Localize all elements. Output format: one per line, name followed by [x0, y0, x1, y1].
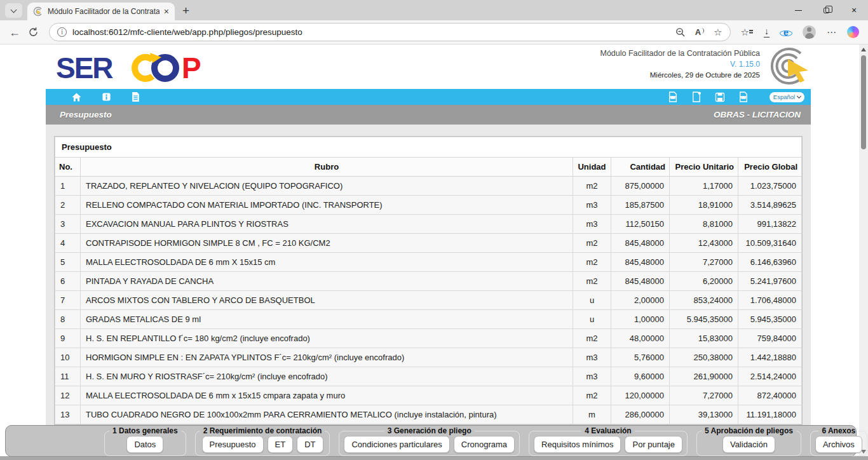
web-page: SER P Módulo Facilitador de la Contratac… — [0, 44, 868, 460]
et-button[interactable]: ET — [268, 436, 294, 453]
cell-pu: 39,13000 — [670, 405, 738, 424]
tab-actions-button[interactable] — [5, 3, 22, 18]
cell-rubro: H. S. EN REPLANTILLO f´c= 180 kg/cm2 (in… — [81, 329, 573, 348]
cell-pg: 759,84000 — [738, 329, 802, 348]
cell-cantidad: 9,60000 — [611, 367, 670, 386]
cell-unidad: u — [573, 291, 611, 310]
new-document-icon[interactable] — [691, 91, 702, 102]
cell-pg: 1.023,75000 — [738, 177, 802, 196]
cell-rubro: PINTADA Y RAYADA DE CANCHA — [81, 272, 573, 291]
cell-pg: 6.146,63960 — [738, 253, 802, 272]
content-area: Presupuesto No. Rubro Unidad Cantidad Pr… — [46, 125, 811, 460]
table-title: Presupuesto — [55, 137, 802, 158]
cell-pg: 5.945,35000 — [738, 310, 802, 329]
archivos-button[interactable]: Archivos — [815, 436, 862, 453]
copilot-icon[interactable] — [847, 26, 859, 38]
minimize-button[interactable] — [784, 0, 812, 20]
table-row: 12MALLA ELECTROSOLDADA DE 6 mm x 15x15 c… — [55, 386, 802, 405]
wizard-group-legend: 5 Aprobación de pliegos — [702, 426, 796, 435]
site-info-icon[interactable]: i — [57, 27, 67, 37]
document-icon[interactable] — [131, 91, 140, 102]
cell-pu: 7,27000 — [670, 253, 738, 272]
refresh-button[interactable] — [28, 27, 39, 37]
export-pdf-icon[interactable]: PDF — [668, 91, 678, 102]
cell-cantidad: 845,48000 — [611, 272, 670, 291]
cell-pg: 10.509,31640 — [738, 234, 802, 253]
profile-avatar[interactable] — [803, 25, 816, 39]
language-select[interactable]: Español — [770, 92, 804, 102]
window-controls: × — [784, 0, 868, 20]
presupuesto-button[interactable]: Presupuesto — [202, 436, 264, 453]
cell-pu: 8,81000 — [670, 215, 738, 234]
table-row: 2RELLENO COMPACTADO CON MATERIAL IMPORTA… — [55, 196, 802, 215]
minimize-icon — [795, 10, 802, 11]
browser-tab[interactable]: Módulo Facilitador de la Contrata × — [27, 3, 175, 20]
back-button[interactable]: ← — [9, 27, 20, 38]
requisitos-minimos-button[interactable]: Requisitos mínimos — [534, 436, 621, 453]
column-header-cantidad: Cantidad — [611, 158, 670, 177]
cell-pu: 6,20000 — [670, 272, 738, 291]
app-header: SER P Módulo Facilitador de la Contratac… — [0, 44, 868, 89]
cell-no: 8 — [55, 310, 81, 329]
column-header-unidad: Unidad — [573, 158, 611, 177]
validacion-button[interactable]: Validación — [722, 436, 775, 453]
tab-close-icon[interactable]: × — [164, 7, 169, 16]
cell-unidad: m2 — [573, 253, 611, 272]
datos-button[interactable]: Datos — [126, 436, 163, 453]
column-header-precio-unitario: Precio Unitario — [670, 158, 738, 177]
cell-pg: 2.514,24000 — [738, 367, 802, 386]
restore-button[interactable] — [812, 0, 840, 20]
favorites-list-icon[interactable]: ☆ — [741, 27, 753, 37]
cell-rubro: MALLA ELECTROSOLDADA DE 6 mm X 15x15 cm — [81, 253, 573, 272]
cell-rubro: HORMIGON SIMPLE EN : EN ZAPATA YPLINTOS … — [81, 348, 573, 367]
read-aloud-icon[interactable]: A — [695, 27, 704, 37]
ie-mode-icon[interactable]: e — [780, 27, 792, 38]
wizard-group-legend: 6 Anexos — [818, 426, 858, 435]
tab-favicon-icon — [33, 6, 43, 17]
cronograma-button[interactable]: Cronograma — [454, 436, 515, 453]
cell-unidad: m2 — [573, 272, 611, 291]
sercop-c-ring — [135, 57, 153, 79]
scrollbar-thumb[interactable] — [861, 55, 866, 149]
breadcrumb-bar: Presupuesto OBRAS - LICITACION — [46, 105, 811, 125]
cell-unidad: m3 — [573, 348, 611, 367]
table-row: 4CONTRAPISODE HORMIGON SIMPLE 8 CM , FC … — [55, 234, 802, 253]
cell-cantidad: 120,00000 — [611, 386, 670, 405]
column-header-no: No. — [55, 158, 81, 177]
info-icon[interactable] — [102, 92, 111, 102]
new-tab-button[interactable]: + — [182, 0, 189, 18]
print-pdf-icon[interactable]: PDF — [738, 91, 749, 102]
cell-rubro: GRADAS METALICAS DE 9 ml — [81, 310, 573, 329]
cell-pu: 261,90000 — [670, 367, 738, 386]
cell-no: 7 — [55, 291, 81, 310]
mfc-logo-icon — [760, 48, 811, 85]
home-icon[interactable] — [71, 92, 82, 102]
cell-pu: 853,24000 — [670, 291, 738, 310]
zoom-out-icon[interactable] — [675, 27, 686, 37]
scroll-up-icon[interactable] — [861, 48, 866, 51]
por-puntaje-button[interactable]: Por puntaje — [625, 436, 682, 453]
cell-no: 1 — [55, 177, 81, 196]
downloads-icon[interactable]: ↓ — [764, 27, 770, 37]
dt-button[interactable]: DT — [297, 436, 323, 453]
cell-cantidad: 185,87500 — [611, 196, 670, 215]
save-icon[interactable] — [715, 92, 725, 102]
cell-no: 10 — [55, 348, 81, 367]
address-bar[interactable]: i localhost:6012/mfc-cliente/web/app.php… — [49, 23, 731, 41]
settings-menu-icon[interactable]: ⋯ — [827, 27, 836, 37]
favorite-star-icon[interactable]: ☆ — [714, 27, 722, 37]
cell-no: 2 — [55, 196, 81, 215]
cell-pu: 5.945,35000 — [670, 310, 738, 329]
cell-cantidad: 2,00000 — [611, 291, 670, 310]
column-header-precio-global: Precio Global — [738, 158, 802, 177]
process-type-label: OBRAS - LICITACION — [714, 110, 801, 119]
close-button[interactable]: × — [840, 0, 868, 20]
navbar-right-icons: PDF PDF Español — [668, 91, 804, 102]
condiciones-particulares-button[interactable]: Condiciones particulares — [344, 436, 449, 453]
cell-cantidad: 48,00000 — [611, 329, 670, 348]
cell-unidad: m3 — [573, 367, 611, 386]
page-scrollbar[interactable] — [859, 44, 868, 460]
wizard-group-legend: 2 Requerimiento de contratación — [200, 426, 325, 435]
cell-pu: 1,17000 — [670, 177, 738, 196]
table-row: 13TUBO CUADRADO NEGRO DE 100x100x2mm PAR… — [55, 405, 802, 424]
